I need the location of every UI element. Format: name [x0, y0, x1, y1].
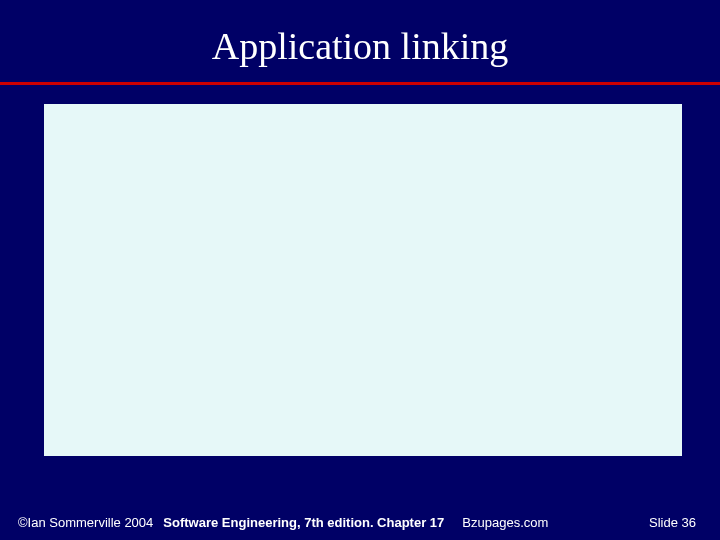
- title-area: Application linking: [0, 0, 720, 68]
- divider-line: [0, 82, 720, 85]
- content-placeholder: [44, 104, 682, 456]
- footer-copyright: ©Ian Sommerville 2004: [18, 515, 153, 530]
- footer-slide-number: Slide 36: [649, 515, 696, 530]
- slide-title: Application linking: [0, 24, 720, 68]
- footer-site: Bzupages.com: [462, 515, 548, 530]
- footer: ©Ian Sommerville 2004 Software Engineeri…: [18, 515, 702, 530]
- footer-book: Software Engineering, 7th edition. Chapt…: [163, 515, 444, 530]
